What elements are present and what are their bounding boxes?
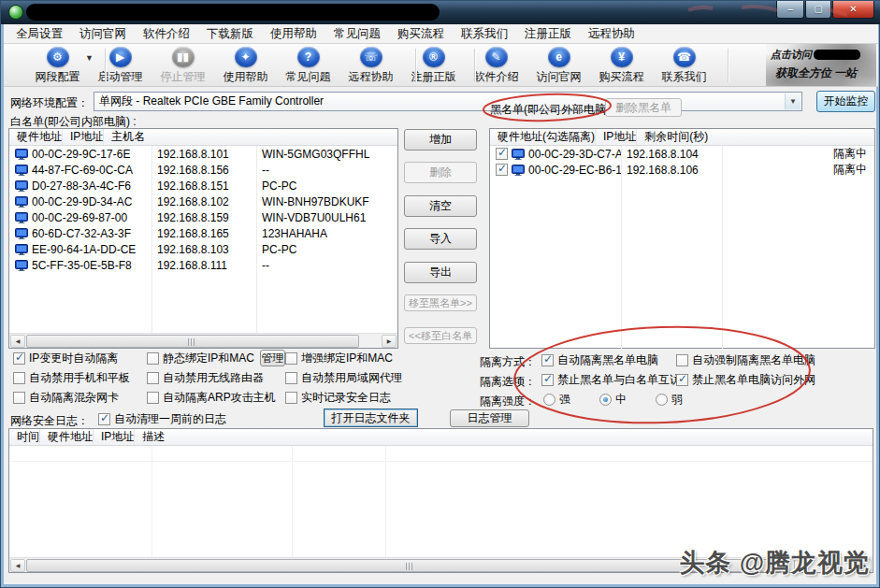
option-checkbox[interactable] [285, 352, 297, 365]
isolate-checkbox[interactable] [496, 148, 508, 160]
whitelist-row[interactable]: 5C-FF-35-0E-5B-F8 192.168.8.111 -- [9, 257, 397, 273]
menu-item[interactable]: 购买流程 [389, 24, 453, 43]
column-header[interactable]: IP地址 [94, 429, 135, 445]
option-item[interactable]: 增强绑定IP和MAC [285, 351, 402, 366]
toolbar-button[interactable]: ☏ 远程协助 ▼ [339, 46, 402, 85]
isolation-option[interactable]: 禁止黑名单与白名单互访 [541, 372, 676, 387]
scroll-left-icon[interactable]: ◀ [10, 335, 25, 348]
scroll-right-icon[interactable]: ▶ [382, 335, 397, 348]
list-action-button[interactable]: 移至黑名单>> [404, 294, 477, 311]
option-checkbox[interactable] [285, 372, 297, 384]
scroll-left-icon[interactable]: ◀ [10, 559, 25, 572]
whitelist-row[interactable]: 00-0C-29-9D-34-AC 192.168.8.102 WIN-BNH9… [9, 194, 397, 209]
toolbar-button[interactable]: ? 常见问题 ▼ [277, 46, 339, 85]
network-adapter-combobox[interactable]: 单网段 - Realtek PCIe GBE Family Controller… [94, 92, 802, 111]
isolation-checkbox[interactable] [541, 374, 554, 386]
promo-banner[interactable]: 点击访问 获取全方位 一站 [766, 44, 876, 86]
strength-radio-option[interactable]: 中 [599, 392, 656, 407]
menu-item[interactable]: 软件介绍 [135, 24, 198, 43]
menu-item[interactable]: 远程协助 [580, 24, 643, 43]
option-checkbox[interactable] [147, 372, 159, 384]
whitelist-row[interactable]: 00-0C-29-9C-17-6E 192.168.8.101 WIN-5GMG… [9, 146, 397, 162]
option-checkbox[interactable] [147, 352, 159, 365]
title-bar[interactable]: – ▢ ✕ [1, 1, 880, 24]
toolbar-button[interactable]: e 访问官网 ▼ [527, 46, 590, 85]
whitelist-row[interactable]: 60-6D-C7-32-A3-3F 192.168.8.165 123HAHAH… [9, 225, 397, 241]
menu-item[interactable]: 常见问题 [325, 24, 389, 43]
start-monitor-button[interactable]: 开始监控 [816, 91, 875, 112]
option-checkbox[interactable] [13, 352, 25, 365]
toolbar-button[interactable]: ® 注册正版 ▼ [402, 46, 465, 85]
list-action-button[interactable]: 导出 [404, 262, 477, 283]
auto-clean-checkbox[interactable] [98, 413, 110, 425]
toolbar-button[interactable]: ¥ 购买流程 ▼ [590, 46, 653, 85]
whitelist-row[interactable]: 00-0C-29-69-87-00 192.168.8.159 WIN-VDB7… [9, 209, 397, 225]
toolbar-button[interactable]: ☎ 联系我们 ▼ [653, 46, 715, 85]
close-button[interactable]: ✕ [832, 1, 874, 19]
option-checkbox[interactable] [147, 392, 159, 404]
isolation-option[interactable]: 禁止黑名单电脑访问外网 [676, 372, 815, 387]
whitelist-row[interactable]: D0-27-88-3A-4C-F6 192.168.8.151 PC-PC [9, 178, 397, 194]
isolation-checkbox[interactable] [676, 354, 688, 366]
open-log-folder-button[interactable]: 打开日志文件夹 [324, 409, 418, 427]
option-item[interactable]: 自动隔离ARP攻击主机 [147, 390, 285, 405]
list-action-button[interactable]: <<移至白名单 [404, 327, 477, 344]
isolate-checkbox[interactable] [496, 164, 508, 176]
log-manage-button[interactable]: 日志管理 [450, 409, 529, 427]
whitelist-row[interactable]: 44-87-FC-69-0C-CA 192.168.8.156 -- [9, 162, 397, 178]
list-action-button[interactable]: 导入 [404, 228, 477, 250]
isolation-option[interactable]: 自动隔离黑名单电脑 [541, 352, 676, 367]
toolbar-button[interactable]: ▮▮ 停止管理 ▼ [151, 46, 214, 85]
menu-item[interactable]: 下载新版 [198, 24, 262, 43]
toolbar-button[interactable]: ✦ 使用帮助 ▼ [214, 46, 277, 85]
option-item[interactable]: 实时记录安全日志 [285, 390, 402, 405]
column-header[interactable]: IP地址 [596, 129, 637, 145]
manage-button[interactable]: 管理 [260, 350, 285, 366]
column-header[interactable]: 硬件地址 [9, 129, 63, 145]
whitelist-row[interactable]: EE-90-64-1A-DD-CE 192.168.8.103 PC-PC [9, 241, 397, 257]
column-header[interactable]: 硬件地址(勾选隔离) [490, 129, 596, 145]
combobox-arrow-icon[interactable]: ▼ [785, 93, 801, 109]
maximize-button[interactable]: ▢ [805, 1, 831, 19]
option-item[interactable]: 自动隔离混杂网卡 [13, 390, 147, 405]
blacklist-row[interactable]: 00-0C-29-EC-B6-1F 192.168.8.106 隔离中 [490, 162, 874, 178]
column-header[interactable]: 描述 [135, 429, 165, 445]
isolation-checkbox[interactable] [541, 354, 554, 366]
list-action-button[interactable]: 清空 [404, 195, 477, 217]
column-header[interactable]: 硬件地址 [40, 429, 94, 445]
minimize-button[interactable]: – [776, 1, 804, 19]
option-item[interactable]: 自动禁用手机和平板 [13, 370, 147, 385]
option-checkbox[interactable] [13, 372, 25, 384]
menu-item[interactable]: 全局设置 [7, 24, 71, 43]
option-checkbox[interactable] [285, 392, 297, 404]
list-action-button[interactable]: 删除 [404, 162, 477, 183]
menu-item[interactable]: 访问官网 [71, 24, 135, 43]
column-header[interactable]: IP地址 [63, 129, 104, 145]
column-header[interactable]: 主机名 [104, 129, 145, 145]
strength-radio-option[interactable]: 弱 [656, 392, 712, 407]
strength-radio-option[interactable]: 强 [543, 392, 599, 407]
column-header[interactable]: 时间 [9, 429, 40, 445]
column-header[interactable]: 剩余时间(秒) [637, 129, 708, 145]
option-checkbox[interactable] [13, 392, 25, 404]
menu-item[interactable]: 使用帮助 [262, 24, 325, 43]
isolation-option[interactable]: 自动强制隔离黑名单电脑 [676, 352, 815, 367]
delete-blacklist-button[interactable]: 删除黑名单 [605, 98, 682, 117]
option-item[interactable]: 自动禁用无线路由器 [147, 370, 285, 385]
strength-radio[interactable] [599, 394, 612, 406]
toolbar-button[interactable]: ⚙ 网段配置 ▼ [26, 46, 89, 85]
menu-item[interactable]: 联系我们 [453, 24, 516, 43]
strength-radio[interactable] [543, 394, 555, 406]
whitelist-hscrollbar[interactable]: ◀ ▶ [9, 333, 397, 348]
option-item[interactable]: 静态绑定IP和MAC 管理 [147, 351, 285, 366]
auto-clean-option[interactable]: 自动清理一周前的日志 [98, 411, 226, 427]
toolbar-button[interactable]: ▶ 启动管理 ▼ [89, 46, 151, 85]
isolation-checkbox[interactable] [676, 374, 688, 386]
menu-item[interactable]: 注册正版 [516, 24, 580, 43]
option-item[interactable]: IP变更时自动隔离 [13, 351, 147, 366]
strength-radio[interactable] [656, 394, 668, 406]
list-action-button[interactable]: 增加 [404, 129, 477, 151]
scrollbar-thumb[interactable] [26, 335, 359, 348]
blacklist-row[interactable]: 00-0C-29-3D-C7-A6 192.168.8.104 隔离中 [490, 146, 874, 162]
option-item[interactable]: 自动禁用局域网代理 [285, 370, 402, 385]
